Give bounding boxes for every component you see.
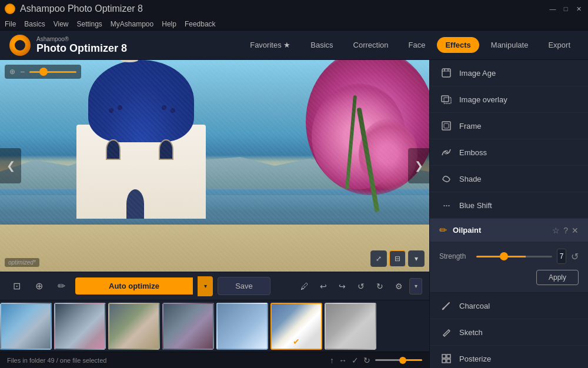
oilpaint-info-icon[interactable]: ?: [563, 226, 568, 235]
edit-button[interactable]: ✏: [52, 277, 71, 296]
emboss-label: Emboss: [459, 148, 487, 157]
more-button[interactable]: ▾: [409, 278, 422, 295]
effect-posterize[interactable]: Posterize: [430, 346, 588, 368]
strength-reset-icon[interactable]: ↺: [571, 251, 579, 262]
tab-effects[interactable]: Effects: [437, 37, 479, 53]
oilpaint-close-icon[interactable]: ✕: [572, 226, 579, 235]
status-refresh-icon[interactable]: ↻: [363, 356, 370, 365]
active-check-icon: ✔: [293, 337, 300, 346]
oilpaint-header[interactable]: ✏ Oilpaint ☆ ? ✕: [430, 219, 588, 242]
emboss-icon: [439, 145, 453, 159]
image-age-label: Image Age: [459, 69, 496, 78]
main-layout: ⊕ − ❮ ❯ optimized* ⤢ ⊟ ▾ ⊡ ⊕ ✏ Auto opti…: [0, 60, 588, 368]
rotate-left-button[interactable]: ↺: [353, 278, 369, 295]
svg-rect-5: [444, 98, 451, 103]
fullscreen-button[interactable]: ⤢: [370, 250, 387, 267]
zoom-minus[interactable]: −: [20, 67, 25, 76]
redo-button[interactable]: ↪: [334, 278, 350, 295]
strength-slider[interactable]: [476, 256, 552, 257]
oilpaint-controls: Strength 7 ↺ Apply: [430, 242, 588, 292]
canvas-nav-left-button[interactable]: ❮: [0, 148, 21, 183]
svg-rect-12: [442, 354, 446, 358]
status-tools: ↑ ↔ ✓ ↻: [330, 356, 422, 365]
auto-optimize-dropdown[interactable]: ▾: [198, 276, 213, 296]
close-button[interactable]: ✕: [574, 4, 583, 14]
status-slider[interactable]: [375, 359, 422, 361]
filmstrip-thumb-5[interactable]: [216, 303, 268, 350]
brand-logo-inner: [15, 40, 25, 51]
minimize-button[interactable]: —: [548, 4, 557, 14]
settings-tool[interactable]: ⚙: [390, 278, 407, 295]
tab-favorites[interactable]: Favorites ★: [242, 37, 299, 53]
filmstrip-thumb-6[interactable]: ✔: [270, 303, 322, 350]
add-button[interactable]: ⊕: [29, 277, 48, 296]
view-mode-button[interactable]: ⊟: [389, 250, 406, 267]
brush-tool[interactable]: 🖊: [296, 278, 313, 295]
effect-emboss[interactable]: Emboss: [430, 139, 588, 166]
tab-manipulate[interactable]: Manipulate: [483, 37, 537, 53]
shade-label: Shade: [459, 175, 482, 183]
brand-name-small: Ashampoo®: [36, 36, 127, 42]
svg-rect-7: [444, 123, 449, 128]
tab-export[interactable]: Export: [540, 37, 579, 53]
filmstrip-thumb-1[interactable]: [0, 303, 52, 350]
menu-feedback[interactable]: Feedback: [185, 20, 216, 28]
auto-optimize-button[interactable]: Auto optimize: [75, 277, 193, 295]
menu-basics[interactable]: Basics: [24, 20, 45, 28]
effect-charcoal[interactable]: Charcoal: [430, 293, 588, 319]
menu-help[interactable]: Help: [162, 20, 176, 28]
effect-frame[interactable]: Frame: [430, 113, 588, 139]
effect-shade[interactable]: Shade: [430, 166, 588, 192]
right-panel: Image Age Image overlay Frame Emboss: [429, 60, 588, 368]
filmstrip-thumb-7[interactable]: [325, 303, 376, 350]
sketch-label: Sketch: [459, 328, 483, 337]
effect-image-age[interactable]: Image Age: [430, 60, 588, 86]
tab-correction[interactable]: Correction: [345, 37, 397, 53]
tab-basics[interactable]: Basics: [302, 37, 341, 53]
svg-line-11: [443, 335, 445, 336]
rotate-right-button[interactable]: ↻: [372, 278, 388, 295]
status-up-icon[interactable]: ↑: [330, 356, 334, 365]
save-button[interactable]: Save: [218, 277, 270, 295]
app-brand: Ashampoo® Photo Optimizer 8: [9, 35, 127, 56]
image-age-icon: [439, 66, 453, 80]
import-button[interactable]: ⊡: [7, 277, 26, 296]
strength-value: 7: [557, 249, 566, 264]
window-controls: — □ ✕: [548, 4, 583, 14]
view-options-button[interactable]: ▾: [408, 250, 425, 267]
svg-rect-0: [442, 69, 450, 77]
oilpaint-favorite-icon[interactable]: ☆: [552, 226, 560, 235]
titlebar-title: Ashampoo Photo Optimizer 8: [20, 4, 143, 14]
oilpaint-icon: ✏: [439, 225, 447, 236]
maximize-button[interactable]: □: [561, 4, 570, 14]
filmstrip: ✔: [0, 300, 429, 352]
zoom-slider[interactable]: [29, 71, 76, 73]
menu-file[interactable]: File: [5, 20, 16, 28]
tab-face[interactable]: Face: [400, 37, 434, 53]
posterize-label: Posterize: [459, 354, 491, 363]
menubar: File Basics View Settings MyAshampoo Hel…: [0, 18, 588, 31]
menu-view[interactable]: View: [54, 20, 69, 28]
status-expand-icon[interactable]: ↔: [339, 356, 347, 365]
effect-sketch[interactable]: Sketch: [430, 319, 588, 346]
filmstrip-thumb-4[interactable]: [162, 303, 214, 350]
shade-icon: [439, 172, 453, 186]
effect-image-overlay[interactable]: Image overlay: [430, 86, 588, 113]
left-panel: ⊕ − ❮ ❯ optimized* ⤢ ⊟ ▾ ⊡ ⊕ ✏ Auto opti…: [0, 60, 429, 368]
effect-blue-shift[interactable]: ··· Blue Shift: [430, 192, 588, 219]
canvas-nav-right-button[interactable]: ❯: [408, 148, 429, 183]
filmstrip-thumb-3[interactable]: [108, 303, 160, 350]
brand-text: Ashampoo® Photo Optimizer 8: [36, 36, 127, 55]
image-overlay-label: Image overlay: [459, 95, 507, 104]
frame-icon: [439, 119, 453, 133]
brand-logo-icon: [9, 35, 31, 56]
filmstrip-thumb-2[interactable]: [54, 303, 106, 350]
menu-myashampoo[interactable]: MyAshampoo: [111, 20, 153, 28]
apply-button[interactable]: Apply: [536, 270, 579, 285]
frame-label: Frame: [459, 122, 482, 131]
status-check-icon[interactable]: ✓: [352, 356, 359, 365]
menu-settings[interactable]: Settings: [76, 20, 102, 28]
undo-button[interactable]: ↩: [315, 278, 332, 295]
strength-row: Strength 7 ↺: [439, 249, 579, 264]
oilpaint-actions: ☆ ? ✕: [552, 226, 579, 235]
